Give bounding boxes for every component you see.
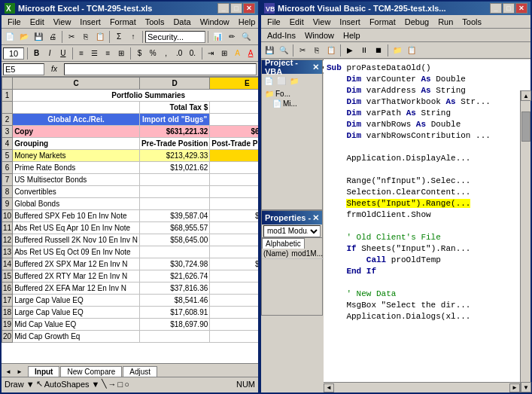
cell-mid-cap[interactable]: Mid Cap Value EQ (13, 319, 140, 331)
merge-icon[interactable]: ⊞ (115, 47, 127, 60)
prop-name-value[interactable]: mod1M... (290, 249, 324, 259)
cell-spx-mar[interactable]: Buffered 2X SPX Mar 12 En Inv N (13, 258, 140, 270)
zoom-icon[interactable]: 🔍 (239, 30, 253, 44)
decrease-decimal-icon[interactable]: 0. (187, 47, 199, 60)
col-header-c[interactable]: C (13, 78, 140, 90)
underline-icon[interactable]: U (57, 47, 69, 60)
vba-cut-icon[interactable]: ✂ (296, 44, 309, 57)
vba-menu-addins[interactable]: Add-Ins (263, 30, 300, 41)
cell-abs-amount2[interactable]: $68.9 (210, 222, 258, 234)
new-icon[interactable]: 📄 (3, 30, 17, 44)
vba-horizontal-scrollbar[interactable]: ◄ ► (324, 382, 520, 392)
vba-vertical-scrollbar[interactable]: ▲ ▼ (520, 90, 530, 392)
cell-russell[interactable]: Buffered Russell 2K Nov 10 En Inv N (13, 234, 140, 246)
vba-minimize-button[interactable]: _ (490, 3, 502, 14)
vba-copy-icon[interactable]: ⎘ (310, 44, 324, 57)
security-toolbar-input[interactable] (145, 31, 205, 43)
excel-minimize-button[interactable]: _ (217, 3, 230, 14)
col-header-e[interactable]: E (210, 78, 258, 90)
cell-efa-mar[interactable]: Buffered 2X EFA Mar 12 En Inv N (13, 283, 140, 295)
menu-window[interactable]: Window (196, 17, 234, 27)
cell-money-markets[interactable]: Money Markets (13, 150, 140, 162)
align-center-icon[interactable]: ☰ (89, 47, 101, 60)
tree-item-module[interactable]: 📄 Mi... (263, 99, 321, 108)
cell-prime-bonds[interactable]: Prime Rate Bonds (13, 162, 140, 174)
code-editor-area[interactable]: Sub proPasteDataOld() Dim varCounter As … (324, 60, 530, 392)
cell-mm-amount[interactable]: $213,429.33 (139, 150, 209, 162)
font-color-icon[interactable]: A (245, 47, 257, 60)
cell-mm-selected[interactable] (210, 150, 258, 162)
cell-spxmar-amount2[interactable]: $30,724 (210, 258, 258, 270)
cell-global-acc[interactable]: Global Acc./Rei. (13, 114, 140, 126)
project-view-object-icon[interactable]: ⬜ (275, 75, 287, 87)
font-size-input[interactable] (3, 47, 24, 60)
cell-lc1-amount2[interactable]: $8.54 (210, 295, 258, 307)
cell-abs-amount[interactable]: $68,955.57 (139, 222, 209, 234)
drawing-icon[interactable]: ✏ (225, 30, 239, 44)
vba-search-icon[interactable]: 🔍 (277, 44, 290, 57)
vba-menu-insert[interactable]: Insert (335, 17, 365, 27)
cell-amount2[interactable]: $631,221 (210, 126, 258, 138)
cell-mid-growth[interactable]: Mid Cap Growth Eq (13, 331, 140, 343)
cell-pb-amount2[interactable]: $19.02 (210, 162, 258, 174)
increase-decimal-icon[interactable]: .0 (173, 47, 185, 60)
border-icon[interactable]: ⊞ (218, 47, 230, 60)
sigma-icon[interactable]: Σ (112, 30, 126, 44)
cell-rtymar-amount[interactable]: $21,626.74 (139, 270, 209, 283)
cell-large-cap2[interactable]: Large Cap Value EQ (13, 307, 140, 319)
cell-efamar-amount[interactable]: $37,816.36 (139, 283, 209, 295)
menu-file[interactable]: File (3, 17, 26, 27)
cell-lc2-amount[interactable]: $17,608.91 (139, 307, 209, 319)
menu-insert[interactable]: Insert (75, 17, 105, 27)
save-icon[interactable]: 💾 (32, 30, 45, 44)
comma-icon[interactable]: , (160, 47, 172, 60)
align-right-icon[interactable]: ≡ (102, 47, 114, 60)
scroll-up-button[interactable]: ▲ (521, 90, 531, 101)
percent-icon[interactable]: % (147, 47, 159, 60)
vba-props-icon[interactable]: 📋 (405, 44, 418, 57)
cell-mc-amount[interactable]: $18,697.90 (139, 319, 209, 331)
cell-lc2-amount2[interactable]: $17,60 (210, 307, 258, 319)
cell-import-bugs[interactable]: Import old "Bugs" (139, 114, 209, 126)
vba-menu-edit[interactable]: Edit (285, 17, 309, 27)
open-icon[interactable]: 📂 (17, 30, 31, 44)
cell-portfolio-title[interactable]: Portfolio Summaries (13, 90, 258, 102)
currency-icon[interactable]: $ (134, 47, 146, 60)
copy-icon[interactable]: ⎘ (79, 30, 93, 44)
cell-abs-ret[interactable]: Abs Ret US Eq Apr 10 En Inv Note (13, 222, 140, 234)
cell-rty-mar[interactable]: Buffered 2X RTY Mar 12 En Inv N (13, 270, 140, 283)
vba-project-icon[interactable]: 📁 (391, 44, 404, 57)
cell-amount1[interactable]: $631,221.32 (139, 126, 209, 138)
cell-spx-note[interactable]: Buffered SPX Feb 10 En Inv Note (13, 210, 140, 222)
vba-paste-icon[interactable]: 📋 (324, 44, 338, 57)
properties-module-select[interactable]: mod1 Modu... (263, 225, 321, 237)
tab-scroll-left[interactable]: ◄ (3, 366, 14, 377)
align-left-icon[interactable]: ≡ (75, 47, 87, 60)
project-view-code-icon[interactable]: 📄 (263, 75, 275, 87)
print-icon[interactable]: 🖨 (46, 30, 59, 44)
cell-us-multi[interactable]: US Multisector Bonds (13, 174, 140, 186)
scroll-left-button[interactable]: ◄ (324, 383, 334, 392)
cell-mc-amount2[interactable]: $15,69 (210, 319, 258, 331)
cell-copy[interactable]: Copy (13, 126, 140, 138)
name-box[interactable] (3, 63, 44, 75)
cell-abs-oct[interactable]: Abs Ret US Eq Oct 09 En Inv Note (13, 246, 140, 258)
cell-russell-amount[interactable]: $58,645.00 (139, 234, 209, 246)
vba-break-icon[interactable]: ⏸ (357, 44, 371, 57)
cell-lc1-amount[interactable]: $8,541.46 (139, 295, 209, 307)
tab-adjust[interactable]: Adjust (123, 366, 157, 377)
vba-menu-view[interactable]: View (309, 17, 336, 27)
cell-post-trade[interactable]: Post-Trade Position (210, 138, 258, 150)
bold-icon[interactable]: B (31, 47, 43, 60)
cell-rtymar-amount2[interactable]: $21,62 (210, 270, 258, 283)
tree-item-folder[interactable]: 📁 Fo... (263, 89, 321, 99)
project-close-button[interactable]: ✕ (312, 63, 319, 72)
scroll-down-button[interactable]: ▼ (521, 382, 531, 392)
cell-russell-amount2[interactable]: $58,64 (210, 234, 258, 246)
menu-view[interactable]: View (49, 17, 76, 27)
project-toggle-folders-icon[interactable]: 📁 (288, 75, 300, 87)
indent-icon[interactable]: ⇥ (205, 47, 217, 60)
vba-save-icon[interactable]: 💾 (263, 44, 276, 57)
formula-input[interactable] (64, 63, 257, 75)
cell-convertibles[interactable]: Convertibles (13, 186, 140, 198)
